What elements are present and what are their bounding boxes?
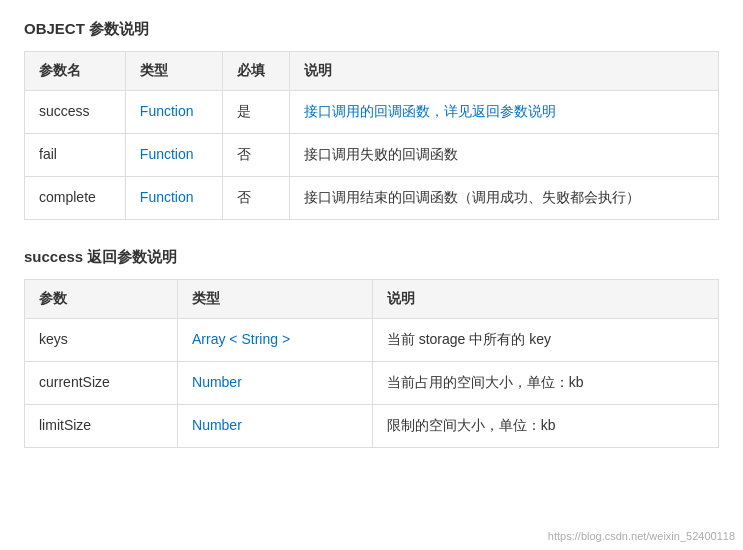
section1-header-row: 参数名 类型 必填 说明 — [25, 52, 719, 91]
section1-col-required: 必填 — [223, 52, 290, 91]
param-cell: keys — [25, 319, 178, 362]
param-cell: currentSize — [25, 362, 178, 405]
table-row: completeFunction否接口调用结束的回调函数（调用成功、失败都会执行… — [25, 177, 719, 220]
required-cell: 否 — [223, 134, 290, 177]
desc-cell: 限制的空间大小，单位：kb — [372, 405, 718, 448]
watermark: https://blog.csdn.net/weixin_52400118 — [548, 530, 735, 542]
required-cell: 否 — [223, 177, 290, 220]
desc-link[interactable]: 接口调用的回调函数，详见返回参数说明 — [304, 103, 556, 119]
table-row: limitSizeNumber限制的空间大小，单位：kb — [25, 405, 719, 448]
section1-table: 参数名 类型 必填 说明 successFunction是接口调用的回调函数，详… — [24, 51, 719, 220]
section1-col-type: 类型 — [125, 52, 222, 91]
section1-title: OBJECT 参数说明 — [24, 20, 719, 39]
table-row: currentSizeNumber当前占用的空间大小，单位：kb — [25, 362, 719, 405]
section2-header-row: 参数 类型 说明 — [25, 280, 719, 319]
table-row: keysArray < String >当前 storage 中所有的 key — [25, 319, 719, 362]
type-cell: Number — [178, 405, 373, 448]
section2: success 返回参数说明 参数 类型 说明 keysArray < Stri… — [24, 248, 719, 448]
table-row: failFunction否接口调用失败的回调函数 — [25, 134, 719, 177]
param-cell: complete — [25, 177, 126, 220]
param-cell: fail — [25, 134, 126, 177]
section2-title: success 返回参数说明 — [24, 248, 719, 267]
desc-cell: 接口调用结束的回调函数（调用成功、失败都会执行） — [290, 177, 719, 220]
section1: OBJECT 参数说明 参数名 类型 必填 说明 successFunction… — [24, 20, 719, 220]
type-cell: Function — [125, 91, 222, 134]
section2-col-type: 类型 — [178, 280, 373, 319]
type-cell: Number — [178, 362, 373, 405]
type-cell: Array < String > — [178, 319, 373, 362]
required-cell: 是 — [223, 91, 290, 134]
section1-col-param: 参数名 — [25, 52, 126, 91]
section1-col-desc: 说明 — [290, 52, 719, 91]
type-cell: Function — [125, 134, 222, 177]
desc-cell: 接口调用失败的回调函数 — [290, 134, 719, 177]
table-row: successFunction是接口调用的回调函数，详见返回参数说明 — [25, 91, 719, 134]
section2-table: 参数 类型 说明 keysArray < String >当前 storage … — [24, 279, 719, 448]
param-cell: success — [25, 91, 126, 134]
desc-cell: 当前 storage 中所有的 key — [372, 319, 718, 362]
section2-col-param: 参数 — [25, 280, 178, 319]
desc-cell: 接口调用的回调函数，详见返回参数说明 — [290, 91, 719, 134]
section2-col-desc: 说明 — [372, 280, 718, 319]
type-cell: Function — [125, 177, 222, 220]
param-cell: limitSize — [25, 405, 178, 448]
desc-cell: 当前占用的空间大小，单位：kb — [372, 362, 718, 405]
